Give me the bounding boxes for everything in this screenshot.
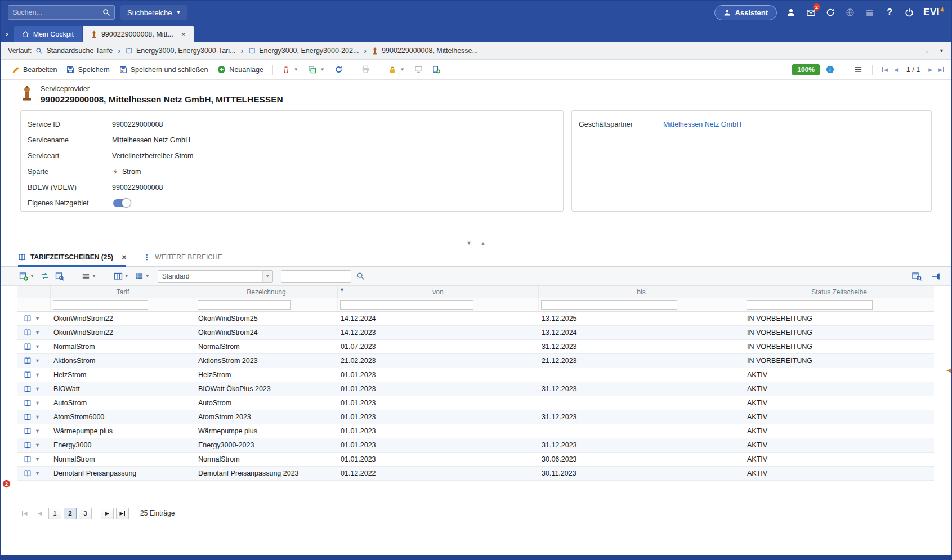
view-selector[interactable]: Standard ▼ <box>158 270 273 283</box>
table-row[interactable]: ▼ Demotarif Preisanpassung Demotarif Pre… <box>17 467 934 481</box>
table-row[interactable]: ▼ NormalStrom NormalStrom 01.07.2023 31.… <box>17 340 934 354</box>
book-icon[interactable] <box>24 371 32 379</box>
page-3-button[interactable]: 3 <box>79 508 92 519</box>
row-menu-icon[interactable]: ▼ <box>35 428 40 434</box>
menu-icon[interactable] <box>854 65 862 74</box>
row-menu-icon[interactable]: ▼ <box>35 330 40 335</box>
table-row[interactable]: ▼ NormalStrom NormalStrom 01.01.2023 30.… <box>17 453 934 467</box>
chevron-down-icon[interactable]: ▼ <box>30 274 34 279</box>
book-icon[interactable] <box>24 329 32 337</box>
table-row[interactable]: ▼ AktionsStrom AktionsStrom 2023 21.02.2… <box>17 354 934 368</box>
user-icon[interactable] <box>785 7 797 18</box>
menu-button[interactable]: ▼ <box>81 270 97 282</box>
chevron-down-icon[interactable]: ▼ <box>262 271 272 282</box>
chevron-down-icon[interactable]: ▼ <box>92 274 96 279</box>
breadcrumb-item-zeitscheibe[interactable]: Energy3000, Energy3000-202... <box>248 47 359 55</box>
header-cell-bis[interactable]: bis <box>539 286 744 298</box>
header-cell-von[interactable]: ▼ von <box>338 286 539 298</box>
own-grid-area-toggle[interactable] <box>113 199 130 207</box>
power-icon[interactable] <box>904 7 915 18</box>
book-icon[interactable] <box>24 385 32 393</box>
book-icon[interactable] <box>24 441 32 449</box>
breadcrumb-item-serviceprovider[interactable]: 9900229000008, Mittelhesse... <box>372 47 478 55</box>
new-button[interactable]: Neuanlage <box>213 63 267 76</box>
book-icon[interactable] <box>24 427 32 435</box>
chevron-down-icon[interactable]: ▼ <box>939 48 944 53</box>
header-cell-bezeichnung[interactable]: Bezeichnung <box>195 286 338 298</box>
row-menu-icon[interactable]: ▼ <box>35 358 40 364</box>
search-input[interactable] <box>12 8 102 16</box>
breadcrumb-item-search[interactable]: Standardsuche Tarife <box>35 47 113 55</box>
filter-input-bezeichnung[interactable] <box>198 300 291 310</box>
next-record-icon[interactable]: ▶ <box>928 67 932 73</box>
view-mode-button[interactable]: ▼ <box>134 270 151 282</box>
prev-record-icon[interactable]: ◀ <box>894 67 898 73</box>
book-icon[interactable] <box>24 455 32 463</box>
zoom-badge[interactable]: 100% <box>792 64 820 75</box>
page-1-button[interactable]: 1 <box>48 508 61 519</box>
add-row-button[interactable]: ▼ <box>18 270 35 283</box>
table-search-button[interactable] <box>54 270 65 283</box>
chevron-down-icon[interactable]: ▼ <box>124 274 129 279</box>
save-close-button[interactable]: Speichern und schließen <box>115 64 212 76</box>
edit-button[interactable]: Bearbeiten <box>8 64 61 76</box>
row-menu-icon[interactable]: ▼ <box>35 372 40 378</box>
first-page-button[interactable]: ◀ <box>18 508 31 519</box>
redo-icon[interactable] <box>825 7 836 18</box>
lock-button[interactable]: ▼ <box>385 64 409 76</box>
mail-icon[interactable]: 2 <box>805 7 816 18</box>
column-settings-button[interactable]: ▼ <box>113 270 130 283</box>
book-icon[interactable] <box>24 469 32 477</box>
tab-serviceprovider[interactable]: 9900229000008, Mitt... × <box>83 26 194 42</box>
chevron-down-icon[interactable]: ▼ <box>320 67 325 72</box>
transfer-button[interactable] <box>39 270 50 282</box>
book-icon[interactable] <box>24 413 32 421</box>
first-record-icon[interactable]: ◀ <box>882 67 888 73</box>
row-menu-icon[interactable]: ▼ <box>35 386 40 392</box>
table-row[interactable]: ▼ ÖkonWindStrom22 ÖkonWindStrom25 14.12.… <box>17 312 934 326</box>
table-row[interactable]: ▼ AtomStrom6000 AtomStrom 2023 01.01.202… <box>17 410 934 424</box>
filter-search-button[interactable] <box>355 270 366 282</box>
row-menu-icon[interactable]: ▼ <box>35 456 40 462</box>
search-icon[interactable] <box>102 8 110 16</box>
quick-filter-input[interactable] <box>281 270 351 283</box>
sidebar-expander-icon[interactable]: › <box>6 29 8 38</box>
chevron-down-icon[interactable]: ▼ <box>145 274 150 279</box>
table-row[interactable]: ▼ ÖkonWindStrom22 ÖkonWindStrom24 14.12.… <box>17 326 934 340</box>
back-arrow-icon[interactable]: ← <box>924 46 932 55</box>
info-icon[interactable] <box>826 65 834 74</box>
expand-search-button[interactable] <box>911 270 923 283</box>
filter-input-von[interactable] <box>340 300 473 310</box>
filter-input-bis[interactable] <box>541 300 677 310</box>
next-page-button[interactable]: ▶ <box>101 508 114 519</box>
row-menu-icon[interactable]: ▼ <box>35 344 40 350</box>
collapse-down-icon[interactable]: ▼ <box>467 240 472 246</box>
header-cell-status[interactable]: Status Zeitscheibe <box>744 286 934 298</box>
book-icon[interactable] <box>24 315 32 322</box>
tab-weitere-bereiche[interactable]: ⋮ WEITERE BEREICHE <box>143 248 222 266</box>
table-row[interactable]: ▼ BIOWatt BIOWatt ÖkoPlus 2023 01.01.202… <box>17 382 934 396</box>
table-row[interactable]: ▼ Energy3000 Energy3000-2023 01.01.2023 … <box>17 438 934 453</box>
last-record-icon[interactable]: ▶ <box>938 67 944 73</box>
panel-expand-icon[interactable]: ◀ <box>946 367 951 373</box>
last-page-button[interactable]: ▶ <box>116 508 129 519</box>
book-icon[interactable] <box>24 399 32 407</box>
row-menu-icon[interactable]: ▼ <box>35 442 40 448</box>
save-button[interactable]: Speichern <box>62 64 113 76</box>
prev-page-button[interactable]: ◀ <box>33 508 46 519</box>
row-menu-icon[interactable]: ▼ <box>35 316 40 321</box>
refresh-button[interactable] <box>330 63 347 76</box>
business-partner-link[interactable]: Mittelhessen Netz GmbH <box>663 120 741 128</box>
tab-mein-cockpit[interactable]: Mein Cockpit <box>14 26 82 42</box>
delete-button[interactable]: ▼ <box>278 64 302 76</box>
chevron-down-icon[interactable]: ▼ <box>400 67 405 72</box>
book-icon[interactable] <box>24 343 32 351</box>
filter-input-status[interactable] <box>747 300 873 310</box>
notification-badge[interactable]: 2 <box>2 480 11 488</box>
table-row[interactable]: ▼ Wärmepumpe plus Wärmepumpe plus 01.01.… <box>17 424 934 438</box>
export-button[interactable] <box>428 63 445 76</box>
collapse-up-icon[interactable]: ▲ <box>481 240 486 246</box>
row-menu-icon[interactable]: ▼ <box>35 414 40 420</box>
row-menu-icon[interactable]: ▼ <box>35 400 40 406</box>
page-2-button[interactable]: 2 <box>64 508 77 519</box>
